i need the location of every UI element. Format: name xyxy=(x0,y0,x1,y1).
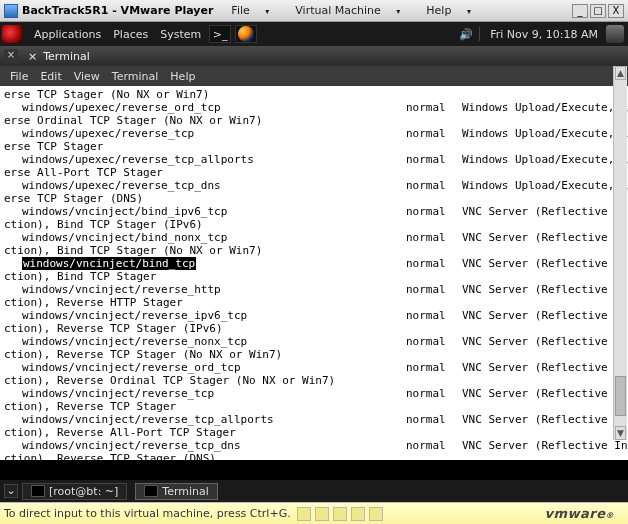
terminal-line: ction), Reverse TCP Stager xyxy=(4,400,626,413)
panel-user-icon[interactable] xyxy=(606,25,624,43)
terminal-line: ction), Reverse TCP Stager (DNS) xyxy=(4,452,626,460)
scroll-down-arrow-icon[interactable]: ▼ xyxy=(615,426,626,440)
terminal-line: ction), Bind TCP Stager xyxy=(4,270,626,283)
panel-launcher-firefox[interactable] xyxy=(235,25,257,43)
vmware-menu-file[interactable]: File ▾ xyxy=(219,3,281,18)
terminal-menu-view[interactable]: View xyxy=(68,70,106,83)
terminal-line: ction), Bind TCP Stager (IPv6) xyxy=(4,218,626,231)
taskbar-item-rootshell[interactable]: [root@bt: ~] xyxy=(22,483,127,500)
panel-menu-system[interactable]: System xyxy=(154,28,207,41)
vmware-status-bar: To direct input to this virtual machine,… xyxy=(0,502,628,524)
gnome-bottom-panel: ⌄ [root@bt: ~] Terminal xyxy=(0,480,628,502)
payload-entry: windows/vncinject/bind_ipv6_tcpnormalVNC… xyxy=(22,205,626,218)
vmware-menu-help[interactable]: Help ▾ xyxy=(414,3,483,18)
panel-menu-applications[interactable]: Applications xyxy=(28,28,107,41)
payload-entry: windows/upexec/reverse_tcpnormalWindows … xyxy=(22,127,626,140)
scroll-thumb[interactable] xyxy=(615,376,626,416)
panel-clock[interactable]: Fri Nov 9, 10:18 AM xyxy=(486,28,602,41)
device-icon[interactable] xyxy=(333,507,347,521)
terminal-close-button[interactable]: × xyxy=(4,49,18,63)
payload-entry: windows/vncinject/reverse_nonx_tcpnormal… xyxy=(22,335,626,348)
terminal-menu-file[interactable]: File xyxy=(4,70,34,83)
show-desktop-button[interactable]: ⌄ xyxy=(4,484,18,498)
payload-entry: windows/upexec/reverse_tcp_allportsnorma… xyxy=(22,153,626,166)
volume-icon[interactable]: 🔊 xyxy=(459,28,473,41)
panel-menu-places[interactable]: Places xyxy=(107,28,154,41)
taskbar-item-terminal[interactable]: Terminal xyxy=(135,483,218,500)
scroll-up-arrow-icon[interactable]: ▲ xyxy=(615,66,626,80)
vmware-menu-vm[interactable]: Virtual Machine ▾ xyxy=(283,3,412,18)
terminal-line: erse Ordinal TCP Stager (No NX or Win7) xyxy=(4,114,626,127)
payload-entry: windows/vncinject/reverse_httpnormalVNC … xyxy=(22,283,626,296)
payload-entry: windows/upexec/reverse_ord_tcpnormalWind… xyxy=(22,101,626,114)
payload-entry: windows/vncinject/reverse_ord_tcpnormalV… xyxy=(22,361,626,374)
payload-entry: windows/vncinject/reverse_tcpnormalVNC S… xyxy=(22,387,626,400)
terminal-line: ction), Reverse Ordinal TCP Stager (No N… xyxy=(4,374,626,387)
terminal-line: ction), Reverse TCP Stager (IPv6) xyxy=(4,322,626,335)
terminal-line: ction), Bind TCP Stager (No NX or Win7) xyxy=(4,244,626,257)
vmware-window-title: BackTrack5R1 - VMware Player xyxy=(22,4,213,17)
payload-entry: windows/vncinject/bind_tcpnormalVNC Serv… xyxy=(22,257,626,270)
terminal-line: erse TCP Stager (DNS) xyxy=(4,192,626,205)
terminal-line: erse All-Port TCP Stager xyxy=(4,166,626,179)
terminal-menu-edit[interactable]: Edit xyxy=(34,70,67,83)
terminal-menubar: File Edit View Terminal Help xyxy=(0,66,628,86)
device-icon[interactable] xyxy=(351,507,365,521)
maximize-button[interactable]: □ xyxy=(590,4,606,18)
panel-launcher-terminal[interactable]: >_ xyxy=(209,25,231,43)
window-thumb-icon xyxy=(144,485,158,497)
panel-separator xyxy=(479,27,480,41)
vmware-titlebar: BackTrack5R1 - VMware Player File ▾ Virt… xyxy=(0,0,628,22)
payload-entry: windows/vncinject/reverse_tcp_dnsnormalV… xyxy=(22,439,626,452)
distro-logo-icon[interactable] xyxy=(2,25,22,43)
device-icon[interactable] xyxy=(315,507,329,521)
terminal-window-title: Terminal xyxy=(43,50,90,63)
terminal-scrollbar[interactable]: ▲ ▼ xyxy=(613,66,627,440)
vmware-device-icons xyxy=(297,507,383,521)
terminal-line: ction), Reverse All-Port TCP Stager xyxy=(4,426,626,439)
payload-entry: windows/vncinject/reverse_tcp_allportsno… xyxy=(22,413,626,426)
gnome-top-panel: Applications Places System >_ 🔊 Fri Nov … xyxy=(0,22,628,46)
device-icon[interactable] xyxy=(369,507,383,521)
window-thumb-icon xyxy=(31,485,45,497)
terminal-output[interactable]: erse TCP Stager (No NX or Win7)windows/u… xyxy=(0,86,628,460)
payload-entry: windows/vncinject/bind_nonx_tcpnormalVNC… xyxy=(22,231,626,244)
terminal-titlebar[interactable]: × × Terminal xyxy=(0,46,628,66)
vmware-window-controls: _ □ X xyxy=(572,4,624,18)
terminal-line: ction), Reverse TCP Stager (No NX or Win… xyxy=(4,348,626,361)
device-icon[interactable] xyxy=(297,507,311,521)
terminal-line: ction), Reverse HTTP Stager xyxy=(4,296,626,309)
minimize-button[interactable]: _ xyxy=(572,4,588,18)
vmware-window-icon xyxy=(4,4,18,18)
terminal-line: erse TCP Stager xyxy=(4,140,626,153)
payload-entry: windows/upexec/reverse_tcp_dnsnormalWind… xyxy=(22,179,626,192)
terminal-menu-help[interactable]: Help xyxy=(164,70,201,83)
vmware-status-text: To direct input to this virtual machine,… xyxy=(4,507,291,520)
terminal-menu-terminal[interactable]: Terminal xyxy=(106,70,165,83)
vmware-menubar: File ▾ Virtual Machine ▾ Help ▾ xyxy=(219,3,483,18)
terminal-line: erse TCP Stager (No NX or Win7) xyxy=(4,88,626,101)
payload-entry: windows/vncinject/reverse_ipv6_tcpnormal… xyxy=(22,309,626,322)
close-button[interactable]: X xyxy=(608,4,624,18)
vmware-logo: vmware® xyxy=(544,506,614,521)
